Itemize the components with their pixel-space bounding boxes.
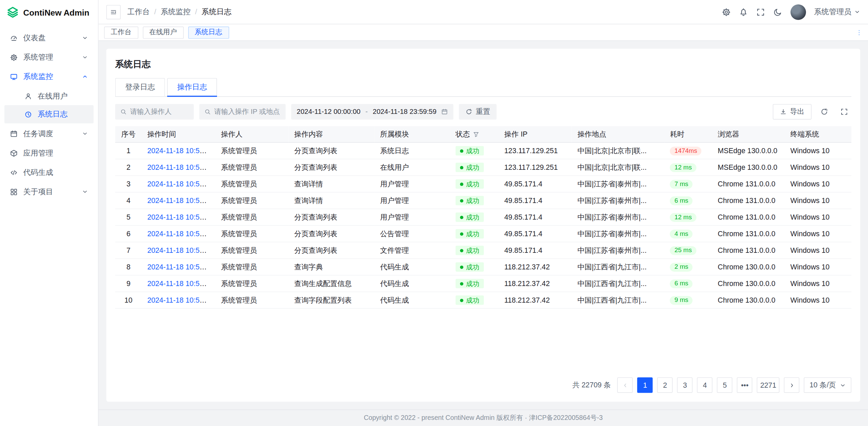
cell-module: 公告管理	[375, 225, 450, 242]
logo-icon	[7, 6, 19, 18]
col-header-operator: 操作人	[216, 126, 289, 142]
operation-time-link[interactable]: 2024-11-18 10:51:53	[147, 230, 214, 238]
cell-module: 用户管理	[375, 192, 450, 209]
view-tab-online-users[interactable]: 在线用户	[142, 26, 183, 39]
moon-icon	[773, 7, 782, 16]
cell-status: 成功	[450, 292, 499, 308]
operation-time-link[interactable]: 2024-11-18 10:52:12	[147, 180, 214, 188]
cell-browser: Chrome 131.0.0.0	[712, 225, 785, 242]
cell-browser: Chrome 130.0.0.0	[712, 259, 785, 275]
cell-os: Windows 10	[785, 142, 851, 159]
duration-badge: 6 ms	[670, 279, 693, 288]
cell-os: Windows 10	[785, 159, 851, 176]
page-size-select[interactable]: 10 条/页	[804, 377, 851, 393]
user-icon	[24, 92, 32, 100]
sidebar-item-code-generation[interactable]: 代码生成	[4, 163, 94, 182]
export-label: 导出	[790, 107, 804, 117]
cell-location: 中国|江苏省|泰州市|...	[572, 225, 665, 242]
table-fullscreen-button[interactable]	[837, 105, 851, 119]
tab-operation-logs[interactable]: 操作日志	[167, 78, 217, 96]
expand-icon	[840, 108, 848, 116]
chevron-down-icon	[82, 54, 88, 60]
view-tab-workbench[interactable]: 工作台	[104, 26, 138, 39]
sidebar-item-system-monitor[interactable]: 系统监控	[4, 67, 94, 86]
date-range-picker[interactable]: 2024-11-12 00:00:00 - 2024-11-18 23:59:5…	[291, 104, 454, 120]
sidebar-item-system-management[interactable]: 系统管理	[4, 48, 94, 66]
tab-login-logs[interactable]: 登录日志	[115, 78, 165, 96]
pagination-page-button[interactable]: 2271	[757, 377, 780, 393]
pagination-prev-button[interactable]	[617, 377, 633, 393]
pagination-page-button[interactable]: 2	[657, 377, 673, 393]
log-clock-icon	[24, 110, 32, 118]
operation-time-link[interactable]: 2024-11-18 10:51:49	[147, 279, 214, 287]
cell-content: 分页查询列表	[289, 142, 374, 159]
operation-time-link[interactable]: 2024-11-18 10:52:47	[147, 163, 214, 171]
sidebar-item-dashboard[interactable]: 仪表盘	[4, 29, 94, 47]
logo[interactable]: ContiNew Admin	[0, 0, 98, 24]
operation-time-link[interactable]: 2024-11-18 10:52:55	[147, 147, 214, 155]
cell-operator: 系统管理员	[216, 292, 289, 308]
pagination-page-button[interactable]: 3	[677, 377, 693, 393]
app-box-icon	[10, 149, 18, 157]
sidebar-item-task-schedule[interactable]: 任务调度	[4, 124, 94, 143]
avatar[interactable]	[790, 4, 806, 20]
refresh-table-button[interactable]	[817, 105, 831, 119]
breadcrumb-item[interactable]: 系统监控	[161, 7, 191, 17]
operation-time-link[interactable]: 2024-11-18 10:51:52	[147, 246, 214, 255]
cell-time: 2024-11-18 10:52:05	[142, 192, 215, 209]
cell-time: 2024-11-18 10:51:53	[142, 225, 215, 242]
sidebar-submenu: 在线用户 系统日志	[4, 87, 94, 123]
operation-time-link[interactable]: 2024-11-18 10:51:50	[147, 263, 214, 271]
duration-badge: 9 ms	[670, 296, 693, 305]
status-dot	[460, 199, 463, 202]
pagination-page-button[interactable]: 1	[637, 377, 653, 393]
cell-duration: 4 ms	[665, 225, 712, 242]
search-icon	[204, 108, 211, 115]
duration-badge: 1474ms	[670, 146, 702, 156]
tab-more-button[interactable]	[856, 29, 863, 36]
reset-button[interactable]: 重置	[459, 104, 497, 120]
export-button[interactable]: 导出	[773, 104, 811, 120]
pagination-page-button[interactable]: 4	[697, 377, 713, 393]
pagination-ellipsis[interactable]: •••	[737, 377, 753, 393]
view-tab-system-logs[interactable]: 系统日志	[188, 26, 229, 39]
cell-duration: 2 ms	[665, 259, 712, 275]
chevron-right-icon	[789, 382, 795, 388]
cell-duration: 9 ms	[665, 292, 712, 308]
operation-time-link[interactable]: 2024-11-18 10:51:55	[147, 213, 214, 221]
cell-browser: Chrome 131.0.0.0	[712, 176, 785, 192]
user-menu[interactable]: 系统管理员	[814, 7, 860, 17]
cell-content: 分页查询列表	[289, 242, 374, 259]
ip-search-input[interactable]	[214, 108, 281, 116]
cell-browser: MSEdge 130.0.0.0	[712, 142, 785, 159]
sidebar-item-about[interactable]: 关于项目	[4, 183, 94, 201]
operator-search-field[interactable]	[115, 104, 194, 120]
page-size-value: 10 条/页	[809, 380, 836, 390]
fullscreen-button[interactable]	[756, 7, 765, 16]
pagination-page-button[interactable]: 5	[717, 377, 733, 393]
cell-location: 中国|江苏省|泰州市|...	[572, 176, 665, 192]
col-header-duration: 耗时	[665, 126, 712, 142]
ip-search-field[interactable]	[199, 104, 286, 120]
cell-content: 查询字典	[289, 259, 374, 275]
operator-search-input[interactable]	[130, 108, 189, 116]
sidebar-item-system-logs[interactable]: 系统日志	[4, 105, 94, 123]
filter-funnel-icon[interactable]	[473, 131, 479, 138]
sidebar-item-label: 关于项目	[23, 187, 77, 197]
breadcrumb-item[interactable]: 工作台	[127, 7, 150, 17]
settings-button[interactable]	[722, 7, 730, 16]
status-dot	[460, 249, 463, 252]
col-header-module: 所属模块	[375, 126, 450, 142]
sidebar-item-online-users[interactable]: 在线用户	[4, 87, 94, 105]
theme-toggle-button[interactable]	[773, 7, 782, 16]
cell-browser: MSEdge 130.0.0.0	[712, 159, 785, 176]
sidebar-collapse-button[interactable]	[106, 5, 120, 19]
cell-status: 成功	[450, 259, 499, 275]
operation-time-link[interactable]: 2024-11-18 10:51:49	[147, 296, 214, 304]
pagination-next-button[interactable]	[784, 377, 800, 393]
status-badge: 成功	[455, 246, 484, 255]
cell-operator: 系统管理员	[216, 192, 289, 209]
notifications-button[interactable]	[739, 7, 748, 16]
operation-time-link[interactable]: 2024-11-18 10:52:05	[147, 197, 214, 205]
sidebar-item-app-management[interactable]: 应用管理	[4, 144, 94, 162]
